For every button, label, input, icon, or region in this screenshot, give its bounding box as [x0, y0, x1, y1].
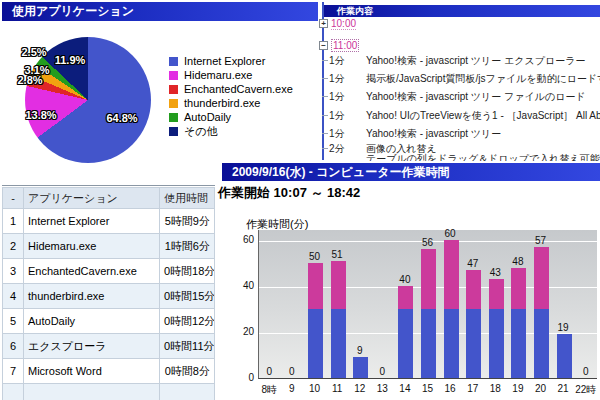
- stacked-bar: [489, 279, 504, 378]
- table-row: 5AutoDaily0時間12分: [3, 309, 215, 334]
- time-cell: 5時間9分: [160, 209, 215, 234]
- usage-table: - アプリケーション 使用時間 1Internet Explorer5時間9分2…: [2, 187, 215, 400]
- work-hours-range: 作業開始 10:07 ～ 18:42: [218, 184, 360, 202]
- item-duration: 1分: [329, 72, 366, 85]
- stacked-bar: [557, 334, 572, 378]
- bar-value-label: 0: [367, 366, 397, 377]
- rank-cell: 6: [3, 334, 24, 359]
- time-cell: 0時間11分: [160, 334, 215, 359]
- tree-group: +10:00: [315, 17, 600, 30]
- worktime-chart-panel: 2009/9/16(水) - コンピューター作業時間 作業開始 10:07 ～ …: [215, 161, 600, 400]
- tree-branch-icon: [322, 115, 328, 116]
- table-row: 2Hidemaru.exe1時間6分: [3, 234, 215, 259]
- bar-segment-extra: [444, 240, 459, 309]
- table-row: 4thunderbird.exe0時間15分: [3, 284, 215, 309]
- bar-segment-extra: [308, 263, 323, 309]
- y-axis-tick-label: 40: [232, 280, 254, 291]
- app-cell: Internet Explorer: [24, 209, 160, 234]
- time-cell: 0時間18分: [160, 259, 215, 284]
- time-cell: 0時間15分: [160, 284, 215, 309]
- tree-branch-icon: [322, 133, 328, 134]
- legend-swatch-icon: [169, 71, 178, 80]
- legend-item: AutoDaily: [169, 110, 293, 124]
- app-cell: EnchantedCavern.exe: [24, 259, 160, 284]
- app-cell: Hidemaru.exe: [24, 234, 160, 259]
- time-cell: 0時間12分: [160, 309, 215, 334]
- bar-segment-base: [466, 309, 481, 378]
- bar-segment-base: [489, 309, 504, 378]
- bar-segment-base: [557, 334, 572, 378]
- rank-cell: 3: [3, 259, 24, 284]
- collapse-icon[interactable]: −: [319, 41, 328, 50]
- item-title: 掲示板/JavaScript質問板/jsファイルを動的にロードするには: [366, 72, 600, 85]
- pie-percent-label: 2.5%: [21, 46, 46, 58]
- legend-label: Hidemaru.exe: [184, 69, 252, 81]
- bar-segment-extra: [398, 286, 413, 309]
- legend-label: EnchantedCavern.exe: [184, 83, 293, 95]
- stacked-bar: [534, 247, 549, 378]
- bar-segment-extra: [421, 249, 436, 309]
- bar-segment-extra: [489, 279, 504, 309]
- group-time-link[interactable]: 10:00: [331, 18, 356, 30]
- time-cell: [160, 384, 215, 400]
- bar-segment-extra: [534, 247, 549, 309]
- tree-branch-icon: [322, 96, 328, 97]
- time-cell: 1時間6分: [160, 234, 215, 259]
- rank-cell: 4: [3, 284, 24, 309]
- bar-value-label: 48: [503, 256, 533, 267]
- table-row: 7Microsoft Word0時間8分: [3, 359, 215, 384]
- worklog-panel-title: 作業内容: [337, 6, 373, 16]
- bar-segment-base: [308, 309, 323, 378]
- rank-header: -: [3, 188, 24, 209]
- worklog-item: 1分掲示板/JavaScript質問板/jsファイルを動的にロードするには: [315, 72, 600, 85]
- bar-value-label: 9: [345, 345, 375, 356]
- stacked-bar: [421, 249, 436, 378]
- item-title: Yahoo!検索 - javascript ツリー: [366, 127, 501, 140]
- table-row: 3EnchantedCavern.exe0時間18分: [3, 259, 215, 284]
- bar-segment-base: [353, 357, 368, 378]
- bar-segment-base: [444, 309, 459, 378]
- legend-item: EnchantedCavern.exe: [169, 82, 293, 96]
- legend-swatch-icon: [169, 99, 178, 108]
- rank-cell: [3, 384, 24, 400]
- legend-swatch-icon: [169, 85, 178, 94]
- rank-cell: 7: [3, 359, 24, 384]
- tree-branch-icon: [322, 78, 328, 79]
- legend-swatch-icon: [169, 113, 178, 122]
- y-axis-tick-label: 20: [232, 326, 254, 337]
- y-axis-tick-label: 0: [232, 372, 254, 383]
- app-cell: AutoDaily: [24, 309, 160, 334]
- expand-icon[interactable]: +: [319, 19, 328, 28]
- bar-value-label: 40: [390, 274, 420, 285]
- item-title: Yahoo!検索 - javascript ツリー エクスプローラー: [366, 54, 586, 67]
- stacked-bar: [331, 261, 346, 378]
- legend-item: Hidemaru.exe: [169, 68, 293, 82]
- bar-value-label: 43: [480, 267, 510, 278]
- usage-table-panel: - アプリケーション 使用時間 1Internet Explorer5時間9分2…: [2, 185, 215, 400]
- item-title: Yahoo! UIのTreeViewを使う1 - ［JavaScript］ Al…: [366, 109, 600, 122]
- chart-panel-header: 2009/9/16(水) - コンピューター作業時間: [222, 163, 600, 181]
- bar-segment-base: [511, 309, 526, 378]
- stacked-bar: [308, 263, 323, 378]
- pie-percent-label: 64.8%: [106, 112, 137, 124]
- legend-label: AutoDaily: [184, 111, 231, 123]
- time-cell: 0時間8分: [160, 359, 215, 384]
- worklog-item: テーブルの列をドラッグ＆ドロップで入れ替え可能にするJav: [315, 152, 600, 161]
- application-header: アプリケーション: [24, 188, 160, 209]
- legend-label: thunderbird.exe: [184, 97, 260, 109]
- tree-group: −11:00: [315, 39, 600, 52]
- rank-cell: 1: [3, 209, 24, 234]
- y-axis-tick-label: 60: [232, 234, 254, 245]
- worklog-item: 1分Yahoo!検索 - javascript ツリー: [315, 127, 600, 140]
- app-cell: thunderbird.exe: [24, 284, 160, 309]
- stacked-bar: [398, 286, 413, 378]
- worklog-panel-header: 作業内容: [324, 5, 600, 17]
- table-row: 6エクスプローラ0時間11分: [3, 334, 215, 359]
- app-cell: エクスプローラ: [24, 334, 160, 359]
- pie-legend: Internet ExplorerHidemaru.exeEnchantedCa…: [169, 54, 293, 138]
- bar-value-label: 57: [526, 235, 556, 246]
- group-time-link[interactable]: 11:00: [331, 39, 359, 52]
- worklog-item: 1分Yahoo! UIのTreeViewを使う1 - ［JavaScript］ …: [315, 109, 600, 122]
- legend-label: Internet Explorer: [184, 55, 265, 67]
- app-window: 使用アプリケーション 64.8%13.8%2.8%3.1%2.5%11.9% I…: [0, 0, 600, 400]
